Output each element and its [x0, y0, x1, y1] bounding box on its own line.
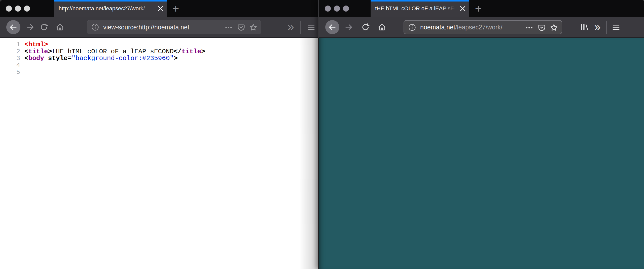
source-line: 1<html> — [0, 41, 318, 48]
hamburger-menu-icon[interactable] — [307, 23, 316, 31]
pocket-icon[interactable] — [237, 23, 245, 32]
browser-window-source: http://noemata.net/leapsec27/work/ + — [0, 0, 318, 269]
reload-icon[interactable] — [40, 23, 48, 31]
navigation-toolbar: noemata.net/leapsec27/work/ » — [319, 17, 644, 38]
line-code: <body style="background-color:#235960"> — [24, 55, 178, 62]
maximize-window-button[interactable] — [24, 6, 30, 12]
tab-bar: tHE hTML cOLOR oF a lEAP sECOND + — [319, 0, 644, 17]
back-icon[interactable] — [6, 20, 20, 34]
toolbar-overflow-icon[interactable]: » — [284, 20, 297, 34]
page-info-icon[interactable] — [91, 23, 99, 31]
source-code: 1<html>2<title>tHE hTML cOLOR oF a lEAP … — [0, 38, 318, 76]
url-path: /leapsec27/work/ — [455, 24, 503, 31]
bookmark-star-icon[interactable] — [550, 23, 558, 32]
line-number: 3 — [0, 55, 20, 62]
close-window-button[interactable] — [6, 6, 12, 12]
source-line: 4 — [0, 62, 318, 69]
forward-icon[interactable] — [344, 23, 353, 31]
home-icon[interactable] — [378, 23, 386, 31]
navigation-toolbar: view-source:http://noemata.net » — [0, 17, 318, 38]
back-icon[interactable] — [325, 20, 339, 34]
line-code: <title>tHE hTML cOLOR oF a lEAP sECOND</… — [24, 48, 205, 55]
line-number: 2 — [0, 48, 20, 55]
close-window-button[interactable] — [325, 6, 331, 12]
browser-window-page: tHE hTML cOLOR oF a lEAP sECOND + — [318, 0, 644, 269]
page-info-icon[interactable] — [408, 23, 416, 31]
window-controls — [0, 0, 40, 17]
address-bar[interactable]: view-source:http://noemata.net — [87, 20, 261, 34]
forward-icon[interactable] — [26, 23, 34, 31]
view-source-content: 1<html>2<title>tHE hTML cOLOR oF a lEAP … — [0, 38, 318, 269]
pocket-icon[interactable] — [538, 23, 546, 32]
line-code: <html> — [24, 41, 48, 48]
tab-bar: http://noemata.net/leapsec27/work/ + — [0, 0, 318, 17]
home-icon[interactable] — [56, 23, 64, 31]
window-seam — [318, 0, 318, 38]
url-host: noemata.net — [420, 24, 455, 31]
rendered-page — [319, 38, 644, 269]
reload-icon[interactable] — [361, 23, 370, 31]
tab-rendered-page[interactable]: tHE hTML cOLOR oF a lEAP sECOND — [371, 0, 469, 17]
tab-close-icon[interactable] — [157, 5, 164, 12]
new-tab-button[interactable]: + — [169, 2, 182, 15]
line-number: 1 — [0, 41, 20, 48]
page-actions-icon[interactable] — [224, 23, 233, 32]
tab-close-icon[interactable] — [459, 5, 467, 12]
minimize-window-button[interactable] — [15, 6, 21, 12]
toolbar-separator — [300, 21, 301, 34]
desktop: http://noemata.net/leapsec27/work/ + — [0, 0, 644, 269]
tab-title: http://noemata.net/leapsec27/work/ — [59, 5, 145, 12]
source-line: 5 — [0, 69, 318, 76]
toolbar-separator — [606, 21, 607, 34]
maximize-window-button[interactable] — [343, 6, 349, 12]
hamburger-menu-icon[interactable] — [612, 23, 621, 31]
address-bar[interactable]: noemata.net/leapsec27/work/ — [404, 20, 562, 34]
url-text: view-source:http://noemata.net — [103, 24, 189, 31]
source-line: 3<body style="background-color:#235960"> — [0, 55, 318, 62]
library-icon[interactable] — [580, 23, 589, 31]
tab-title: tHE hTML cOLOR oF a lEAP sECOND — [375, 5, 456, 12]
bookmark-star-icon[interactable] — [249, 23, 258, 32]
new-tab-button[interactable]: + — [472, 2, 485, 15]
line-number: 4 — [0, 62, 20, 69]
minimize-window-button[interactable] — [334, 6, 340, 12]
page-actions-icon[interactable] — [525, 23, 533, 32]
url-text: noemata.net/leapsec27/work/ — [420, 21, 526, 34]
source-line: 2<title>tHE hTML cOLOR oF a lEAP sECOND<… — [0, 48, 318, 55]
toolbar-overflow-icon[interactable]: » — [591, 20, 604, 34]
window-controls — [319, 0, 359, 17]
tab-view-source[interactable]: http://noemata.net/leapsec27/work/ — [54, 0, 167, 17]
line-number: 5 — [0, 69, 20, 76]
